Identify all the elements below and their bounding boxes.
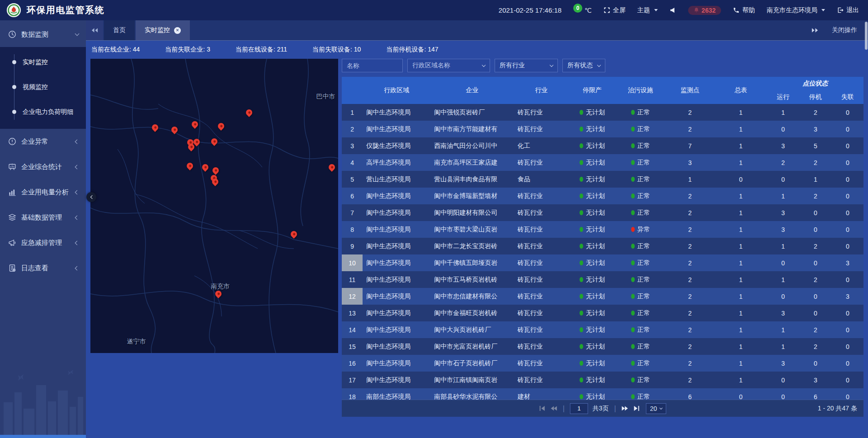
sidebar-subitem[interactable]: 视频监控 [0, 75, 86, 99]
sidebar-item[interactable]: 日志查看 [0, 255, 86, 281]
status-dot-icon [631, 210, 635, 215]
status-dot-icon [580, 377, 583, 382]
tabs-scroll-right-button[interactable] [811, 28, 818, 33]
map-collapse-button[interactable] [86, 192, 96, 202]
cell-monitor: 2 [665, 321, 715, 338]
table-row[interactable]: 3仪陇生态环境局西南油气田分公司川中化工无计划正常71350 [342, 137, 863, 154]
table-row[interactable]: 14阆中生态环境局阆中大兴页岩机砖厂砖瓦行业无计划正常21120 [342, 321, 863, 338]
notification-badge[interactable]: 2632 [688, 6, 721, 15]
stats-bar: 当前在线企业: 44当前失联企业: 3当前在线设备: 211当前失联设备: 10… [90, 44, 863, 55]
cell-company: 阆中市南方节能建材有 [430, 121, 514, 137]
cell-lost: 0 [832, 221, 863, 238]
sidebar-item[interactable]: 应急减排管理 [0, 230, 86, 255]
cell-industry: 砖瓦行业 [514, 204, 569, 221]
topbar: 环保用电监管系统 2021-02-25 17:46:18 0 ℃ 全屏 主题 2… [0, 0, 868, 20]
cell-industry: 砖瓦行业 [514, 271, 569, 288]
app-root: 环保用电监管系统 2021-02-25 17:46:18 0 ℃ 全屏 主题 2… [0, 0, 868, 438]
table-row[interactable]: 18南部生态环境局南部县砂华水泥有限公建材无计划正常60060 [342, 388, 863, 400]
cell-company: 阆中市五马桥页岩机砖 [430, 271, 514, 288]
cell-lost: 0 [832, 338, 863, 355]
cell-stopped: 5 [799, 137, 832, 154]
sidebar-item[interactable]: 数据监测 [0, 22, 86, 47]
tabs-scroll-left-button[interactable] [86, 20, 103, 40]
cell-facility-status: 正常 [616, 204, 665, 221]
temperature-unit: ℃ [585, 7, 592, 14]
help-button[interactable]: 帮助 [733, 6, 755, 14]
table-row[interactable]: 4高坪生态环境局南充市高坪区王家店建砖瓦行业无计划正常31220 [342, 154, 863, 171]
sidebar-item[interactable]: 企业用电量分析 [0, 179, 86, 205]
cell-industry: 化工 [514, 137, 569, 154]
cell-index: 6 [342, 188, 363, 204]
cell-monitor: 7 [665, 137, 715, 154]
fullscreen-button[interactable]: 全屏 [604, 6, 626, 14]
status-dot-icon [631, 193, 635, 198]
cell-stopped: 0 [799, 288, 832, 305]
sound-button[interactable] [670, 7, 676, 14]
org-menu-button[interactable]: 南充市生态环境局 [767, 6, 825, 14]
table-row[interactable]: 11阆中生态环境局阆中市五马桥页岩机砖砖瓦行业无计划正常21120 [342, 271, 863, 288]
table-row[interactable]: 17阆中生态环境局阆中市江南镇阆南页岩砖瓦行业无计划正常21030 [342, 372, 863, 388]
cell-total: 1 [715, 372, 767, 388]
chevron-left-icon [75, 240, 80, 245]
cell-stopped: 3 [799, 121, 832, 137]
cell-lost: 0 [832, 171, 863, 188]
table-row[interactable]: 12阆中生态环境局阆中市忠信建材有限公砖瓦行业无计划正常21003 [342, 288, 863, 305]
table-row[interactable]: 13阆中生态环境局阆中市金福旺页岩机砖砖瓦行业无计划正常21300 [342, 305, 863, 321]
cell-industry: 砖瓦行业 [514, 338, 569, 355]
tab-realtime-monitor[interactable]: 实时监控 ✕ [136, 20, 190, 40]
cell-region: 阆中生态环境局 [363, 254, 430, 271]
cell-industry: 砖瓦行业 [514, 355, 569, 372]
status-filter-select[interactable]: 所有状态 [562, 59, 605, 72]
name-filter-input[interactable] [342, 59, 403, 72]
cell-company: 营山县润丰肉食品有限 [430, 171, 514, 188]
cell-total: 1 [715, 154, 767, 171]
page-size-select[interactable]: 20 [646, 403, 666, 414]
prev-page-button[interactable] [551, 405, 557, 411]
table-row[interactable]: 15阆中生态环境局阆中市光富页岩机砖厂砖瓦行业无计划正常21120 [342, 338, 863, 355]
sidebar-subitem[interactable]: 实时监控 [0, 50, 86, 75]
table-row[interactable]: 1阆中生态环境局阆中强锐页岩砖厂砖瓦行业无计划正常21120 [342, 104, 863, 121]
next-page-button[interactable] [622, 405, 628, 411]
table-row[interactable]: 9阆中生态环境局阆中市二龙长宝页岩砖砖瓦行业无计划正常21120 [342, 238, 863, 254]
status-dot-icon [631, 394, 635, 399]
scrollbar-thumb[interactable] [865, 22, 868, 50]
stat-item: 当前在线设备: 211 [236, 46, 287, 54]
tab-close-icon[interactable]: ✕ [174, 27, 181, 34]
cell-lost: 0 [832, 204, 863, 221]
last-page-button[interactable] [633, 405, 640, 411]
cell-stop-status: 无计划 [569, 355, 616, 372]
sidebar-subitem[interactable]: 企业电力负荷明细 [0, 99, 86, 124]
table-row[interactable]: 6阆中生态环境局阆中市金博瑞新型墙材砖瓦行业无计划正常21120 [342, 188, 863, 204]
table-row[interactable]: 5营山生态环境局营山县润丰肉食品有限食品无计划正常10010 [342, 171, 863, 188]
cell-company: 西南油气田分公司川中 [430, 137, 514, 154]
map[interactable]: 巴中市南充市遂宁市 [90, 59, 338, 353]
sidebar-item[interactable]: 企业异常 [0, 129, 86, 154]
cell-facility-status: 正常 [616, 355, 665, 372]
sidebar-menu: 数据监测实时监控视频监控企业电力负荷明细企业异常企业综合统计企业用电量分析基础数… [0, 22, 86, 281]
table-row[interactable]: 7阆中生态环境局阆中明阳建材有限公司砖瓦行业无计划正常21300 [342, 204, 863, 221]
status-dot-icon [631, 294, 635, 299]
industry-filter-select[interactable]: 所有行业 [495, 59, 558, 72]
cell-run: 0 [767, 288, 799, 305]
tab-home[interactable]: 首页 [104, 20, 135, 40]
table-row[interactable]: 10阆中生态环境局阆中千佛镇五郎垭页岩砖瓦行业无计划正常21003 [342, 254, 863, 271]
region-filter-select[interactable]: 行政区域名称 [407, 59, 490, 72]
table-row[interactable]: 2阆中生态环境局阆中市南方节能建材有砖瓦行业无计划正常21030 [342, 121, 863, 137]
sidebar-item[interactable]: 企业综合统计 [0, 154, 86, 179]
cell-region: 阆中生态环境局 [363, 288, 430, 305]
table-row[interactable]: 8阆中生态环境局阆中市枣碧大梁山页岩砖瓦行业无计划异常21300 [342, 221, 863, 238]
cell-run: 2 [767, 154, 799, 171]
cell-total: 1 [715, 305, 767, 321]
logout-button[interactable]: 退出 [837, 6, 859, 14]
close-operations-button[interactable]: 关闭操作 [832, 26, 857, 34]
table-row[interactable]: 16阆中生态环境局阆中市石子页岩机砖厂砖瓦行业无计划正常21300 [342, 355, 863, 372]
theme-menu-button[interactable]: 主题 [637, 6, 658, 14]
cell-total: 1 [715, 288, 767, 305]
sidebar-item[interactable]: 基础数据管理 [0, 205, 86, 230]
first-page-button[interactable] [539, 405, 546, 411]
cell-stop-status: 无计划 [569, 288, 616, 305]
col-header-industry: 行业 [514, 77, 569, 104]
page-number-input[interactable] [570, 403, 588, 414]
cell-facility-status: 正常 [616, 288, 665, 305]
status-dot-icon [580, 260, 583, 265]
